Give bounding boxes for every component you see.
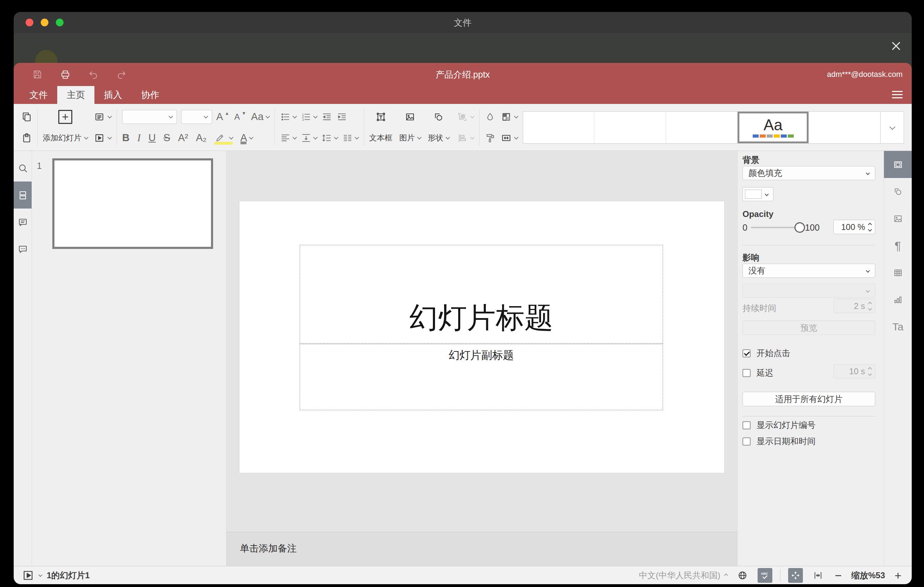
theme-tile[interactable] bbox=[523, 112, 595, 143]
align-shape-button[interactable] bbox=[457, 133, 468, 143]
opacity-slider-track[interactable] bbox=[751, 227, 796, 228]
slide-settings-button[interactable] bbox=[884, 151, 912, 178]
table-settings-button[interactable] bbox=[884, 259, 912, 286]
slide-size-button[interactable] bbox=[501, 133, 512, 143]
copy-style-button[interactable] bbox=[485, 133, 495, 143]
numbered-list-button[interactable]: 123 bbox=[301, 112, 317, 122]
line-spacing-button[interactable] bbox=[322, 133, 338, 143]
copy-button[interactable] bbox=[21, 112, 32, 122]
chevron-down-icon[interactable] bbox=[107, 114, 112, 119]
horizontal-align-button[interactable] bbox=[280, 133, 296, 143]
start-slideshow-status-button[interactable] bbox=[22, 569, 34, 581]
title-placeholder[interactable]: 幻灯片标题 bbox=[299, 245, 663, 344]
spinner-down-icon[interactable] bbox=[868, 228, 872, 231]
zoom-in-button[interactable]: + bbox=[893, 569, 903, 581]
opacity-spinner[interactable]: 100 % bbox=[833, 220, 875, 234]
start-on-click-checkbox[interactable] bbox=[742, 349, 751, 358]
effect-select[interactable]: 没有 bbox=[742, 264, 875, 278]
theme-tile-selected[interactable]: Aa bbox=[738, 112, 809, 143]
tab-insert[interactable]: 插入 bbox=[94, 86, 132, 104]
paste-button[interactable] bbox=[21, 133, 32, 143]
document-language-button[interactable] bbox=[735, 568, 750, 583]
notes-area[interactable]: 单击添加备注 bbox=[226, 532, 737, 566]
fit-to-width-button[interactable] bbox=[810, 568, 825, 583]
zoom-out-button[interactable]: − bbox=[833, 569, 843, 581]
zoom-window-button[interactable] bbox=[56, 18, 64, 26]
color-scheme-button[interactable] bbox=[501, 112, 512, 122]
chevron-down-icon[interactable] bbox=[38, 572, 42, 577]
effect-variant-select[interactable] bbox=[742, 284, 875, 298]
comments-panel-button[interactable] bbox=[14, 209, 31, 236]
shape-settings-button[interactable] bbox=[884, 178, 912, 205]
search-panel-button[interactable] bbox=[14, 155, 31, 181]
italic-button[interactable]: I bbox=[137, 132, 141, 143]
increase-indent-button[interactable] bbox=[337, 112, 347, 122]
close-window-button[interactable] bbox=[26, 18, 33, 26]
close-icon[interactable] bbox=[890, 40, 902, 52]
slide-layout-button[interactable] bbox=[94, 112, 105, 122]
font-name-combo[interactable] bbox=[122, 110, 177, 124]
shape-label[interactable]: 形状 bbox=[428, 133, 444, 143]
opacity-slider-knob[interactable] bbox=[794, 222, 805, 233]
chart-settings-button[interactable] bbox=[884, 286, 912, 313]
chat-panel-button[interactable] bbox=[14, 236, 31, 262]
highlight-color-button[interactable] bbox=[214, 133, 233, 143]
insert-columns-button[interactable] bbox=[342, 133, 358, 143]
increase-font-button[interactable]: A▲ bbox=[216, 111, 230, 122]
delay-checkbox[interactable] bbox=[742, 369, 751, 377]
vertical-align-button[interactable] bbox=[301, 133, 317, 143]
strikeout-button[interactable]: S bbox=[163, 132, 170, 143]
hamburger-menu-icon[interactable] bbox=[892, 91, 903, 101]
slides-panel-button[interactable] bbox=[14, 181, 31, 209]
arrange-shape-button[interactable] bbox=[457, 112, 468, 122]
subscript-button[interactable]: A₂ bbox=[196, 132, 207, 143]
decrease-font-button[interactable]: A▼ bbox=[234, 112, 247, 122]
fit-to-slide-button[interactable] bbox=[788, 568, 803, 583]
theme-gallery-expand-button[interactable] bbox=[881, 112, 904, 143]
bullet-list-button[interactable] bbox=[280, 112, 296, 122]
theme-tile[interactable] bbox=[594, 112, 666, 143]
background-fill-select[interactable]: 颜色填充 bbox=[742, 166, 875, 180]
minimize-window-button[interactable] bbox=[41, 18, 48, 26]
language-selector[interactable]: 中文(中华人民共和国) bbox=[639, 570, 728, 581]
insert-textbox-button[interactable] bbox=[376, 112, 386, 122]
slide-surface[interactable]: 幻灯片标题 幻灯片副标题 bbox=[239, 201, 724, 473]
insert-shape-button[interactable] bbox=[433, 112, 444, 122]
insert-image-button[interactable] bbox=[405, 112, 415, 122]
change-case-button[interactable]: Aa bbox=[251, 111, 269, 122]
start-slideshow-button[interactable] bbox=[94, 133, 105, 143]
underline-button[interactable]: U bbox=[148, 132, 156, 143]
delay-spinner[interactable]: 10 s bbox=[833, 364, 875, 378]
apply-to-all-slides-button[interactable]: 适用于所有幻灯片 bbox=[742, 392, 875, 406]
image-label[interactable]: 图片 bbox=[399, 133, 415, 143]
background-color-picker[interactable] bbox=[742, 187, 774, 201]
slide-thumbnail[interactable] bbox=[52, 158, 213, 249]
tab-file[interactable]: 文件 bbox=[20, 86, 57, 104]
subtitle-placeholder[interactable]: 幻灯片副标题 bbox=[299, 344, 663, 411]
clear-style-button[interactable] bbox=[485, 112, 495, 122]
textbox-label[interactable]: 文本框 bbox=[369, 133, 393, 143]
spinner-up-icon[interactable] bbox=[868, 223, 872, 226]
duration-spinner[interactable]: 2 s bbox=[833, 299, 875, 313]
decrease-indent-button[interactable] bbox=[322, 112, 332, 122]
font-color-button[interactable]: A bbox=[241, 132, 253, 143]
image-settings-button[interactable] bbox=[884, 205, 912, 232]
tab-collaboration[interactable]: 协作 bbox=[132, 86, 169, 104]
theme-tile[interactable] bbox=[666, 112, 738, 143]
add-slide-label[interactable]: 添加幻灯片 bbox=[43, 133, 81, 143]
chevron-down-icon[interactable] bbox=[84, 135, 89, 140]
show-date-time-checkbox[interactable] bbox=[742, 437, 751, 445]
paragraph-settings-button[interactable]: ¶ bbox=[884, 232, 912, 259]
bold-button[interactable]: B bbox=[122, 132, 130, 143]
preview-button[interactable]: 预览 bbox=[742, 320, 875, 335]
tab-home[interactable]: 主页 bbox=[57, 86, 94, 104]
chevron-down-icon[interactable] bbox=[107, 135, 112, 140]
add-slide-button[interactable] bbox=[58, 110, 72, 124]
paste-icon bbox=[21, 133, 32, 143]
spellcheck-button[interactable]: ABC bbox=[757, 568, 772, 583]
font-size-combo[interactable] bbox=[181, 110, 212, 124]
textart-settings-button[interactable]: Ta bbox=[884, 313, 912, 340]
theme-tile[interactable] bbox=[809, 112, 881, 143]
superscript-button[interactable]: A² bbox=[178, 132, 188, 143]
show-slide-number-checkbox[interactable] bbox=[742, 421, 751, 429]
